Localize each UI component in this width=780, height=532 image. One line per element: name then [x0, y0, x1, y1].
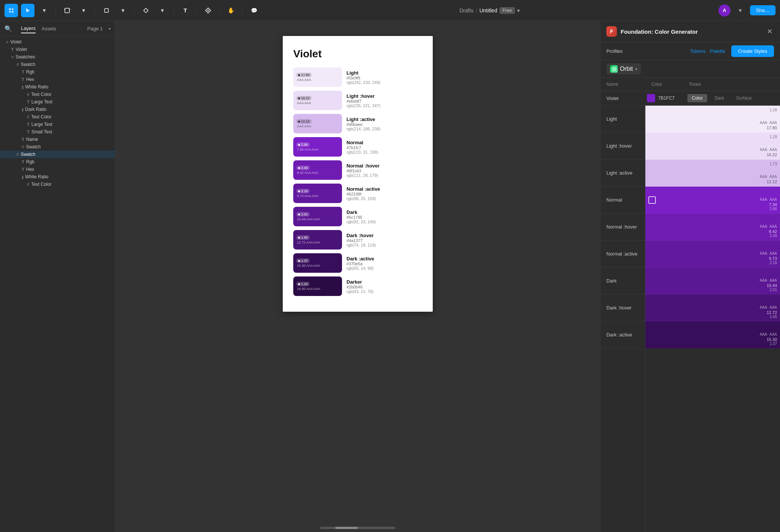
tree-item-large-text-1[interactable]: T Large Text — [0, 98, 115, 106]
tree-item-rgb-2[interactable]: T Rgb — [0, 158, 115, 166]
table-header: Name Color Tones — [600, 78, 780, 91]
palette-color-row-dark-active[interactable]: AAAAAA 15.30 1.37 — [645, 321, 780, 348]
swatch-hex-dark-active: #370e5a — [346, 262, 422, 266]
tree-item-label: Name — [26, 137, 38, 142]
tree-item-rgb-1[interactable]: T Rgb — [0, 68, 115, 76]
canvas-scrollbar[interactable] — [320, 527, 395, 529]
tree-item-violet-text[interactable]: T Violet — [0, 46, 115, 53]
profile-actions: Tokens Palette — [690, 48, 725, 54]
swatch-info-light: Light #f2e9f9 rgb(242, 233, 249) — [346, 70, 422, 85]
search-icon[interactable]: 🔍 — [4, 25, 12, 32]
swatch-name-normal: Normal — [346, 140, 422, 145]
drafts-label[interactable]: Drafts — [459, 7, 473, 13]
tab-layers[interactable]: Layers — [21, 24, 36, 33]
tree-item-violet-root[interactable]: ≡ Violet — [0, 38, 115, 46]
palette-color-row-normal-hover[interactable]: AAAAAA 8.42 2.49 — [645, 214, 780, 241]
tree-item-text-color-3[interactable]: # Text Color — [0, 181, 115, 188]
tone-color-button[interactable]: Color — [687, 94, 707, 102]
breadcrumb: Drafts / Untitled Free ▾ — [459, 7, 519, 14]
frame-secondary-icon[interactable]: ▾ — [77, 4, 90, 17]
pen-tool-icon[interactable] — [139, 4, 153, 17]
tree-item-hex-1[interactable]: T Hex — [0, 76, 115, 83]
tree-item-swatch-2[interactable]: # Swatch — [0, 151, 115, 158]
share-button[interactable]: Sha… — [750, 5, 776, 15]
tree-item-white-ratio-1[interactable]: ||| White Ratio — [0, 83, 115, 91]
select-secondary-icon[interactable]: ▾ — [38, 4, 51, 17]
close-icon[interactable]: ✕ — [765, 27, 774, 36]
text-tool-icon[interactable]: T — [178, 4, 192, 17]
plan-badge[interactable]: Free — [500, 7, 515, 14]
figma-menu-icon[interactable] — [4, 4, 18, 17]
canvas[interactable]: Violet 17.80 AAA AAA Light #f2e9f9 rgb(2… — [116, 21, 600, 532]
color-entry-hex[interactable]: 7B1FC7 — [658, 96, 684, 101]
palette-color-row-dark-hover[interactable]: AAAAAA 12.72 1.65 — [645, 294, 780, 321]
tree-item-white-ratio-2[interactable]: ||| White Ratio — [0, 173, 115, 181]
palette-color-row-light-hover[interactable]: 1.29 AAAAAA 16.22 — [645, 133, 780, 160]
select-tool-icon[interactable] — [21, 4, 34, 17]
tokens-button[interactable]: Tokens — [690, 48, 705, 54]
swatch-chip-light-hover: 16.22 AAA AAA — [293, 91, 342, 110]
page-selector[interactable]: Page 1 — [87, 26, 103, 31]
swatch-rgb-dark-hover: rgb(74, 19, 119) — [346, 243, 422, 247]
group-layer-icon: ≡ — [6, 40, 8, 44]
frame-tool-icon[interactable] — [60, 4, 74, 17]
title-chevron-icon[interactable]: ▾ — [517, 7, 520, 13]
layer-tree: ≡ Violet T Violet ≡ Swatches # Swatch T … — [0, 37, 115, 532]
palette-button[interactable]: Palette — [710, 48, 725, 54]
right-panel: F Foundation: Color Generator ✕ Profiles… — [600, 21, 780, 532]
swatch-hex-light: #f2e9f9 — [346, 76, 422, 80]
tree-item-swatches-group[interactable]: ≡ Swatches — [0, 53, 115, 61]
text-layer-icon: T — [22, 77, 24, 82]
user-dropdown-icon[interactable]: ▾ — [734, 4, 747, 17]
page-chevron-icon[interactable]: ▾ — [109, 27, 111, 31]
swatch-info-light-hover: Light :hover #ebddf7 rgb(235, 221, 247) — [346, 93, 422, 108]
tree-item-text-color-1[interactable]: # Text Color — [0, 91, 115, 98]
avatar[interactable]: A — [718, 4, 730, 16]
swatch-chip-light: 17.80 AAA AAA — [293, 67, 342, 87]
canvas-swatch-row-normal-hover: 2.49 8.42 AAA AAA Normal :hover #6f1cb3 … — [293, 160, 422, 180]
comment-tool-icon[interactable]: 💬 — [247, 4, 261, 17]
tree-item-label: White Ratio — [25, 174, 48, 179]
orbit-chevron-icon: ▾ — [635, 67, 637, 71]
tree-item-text-color-2[interactable]: # Text Color — [0, 113, 115, 121]
tree-item-hex-2[interactable]: T Hex — [0, 166, 115, 173]
palette-color-row-light[interactable]: 1.18 AAAAAA 17.80 — [645, 106, 780, 133]
create-styles-button[interactable]: Create Styles — [731, 45, 774, 57]
shape-secondary-icon[interactable]: ▾ — [116, 4, 130, 17]
pen-secondary-icon[interactable]: ▾ — [156, 4, 169, 17]
tone-dark-button[interactable]: Dark — [710, 94, 729, 102]
swatch-name-normal-active: Normal :active — [346, 186, 422, 192]
swatch-rgb-dark: rgb(92, 23, 149) — [346, 220, 422, 224]
tree-item-name-1[interactable]: T Name — [0, 136, 115, 143]
palette-section: LightLight :hoverLight :activeNormalNorm… — [600, 106, 780, 532]
hand-tool-icon[interactable]: ✋ — [224, 4, 238, 17]
tab-assets[interactable]: Assets — [42, 24, 56, 33]
frame-layer-icon: # — [27, 115, 29, 119]
shape-tool-icon[interactable] — [100, 4, 113, 17]
swatch-name-darker: Darker — [346, 279, 422, 285]
page-title[interactable]: Untitled — [479, 7, 497, 13]
tree-item-small-text-1[interactable]: T Small Text — [0, 128, 115, 136]
palette-color-row-light-active[interactable]: 1.73 AAAAAA 12.12 — [645, 160, 780, 187]
orbit-selector[interactable]: Orbit ▾ — [606, 63, 641, 75]
tree-item-dark-ratio-1[interactable]: ||| Dark Ratio — [0, 106, 115, 113]
palette-labels: LightLight :hoverLight :activeNormalNorm… — [600, 106, 645, 532]
group-layer-icon: ≡ — [11, 55, 14, 59]
tree-item-swatch-chip-1[interactable]: # Swatch — [0, 143, 115, 151]
color-entry-name: Violet — [606, 96, 644, 101]
swatch-rgb-normal-hover: rgb(111, 28, 179) — [346, 173, 422, 178]
swatch-name-dark-active: Dark :active — [346, 256, 422, 262]
tone-surface-button[interactable]: Surface — [732, 94, 756, 102]
color-entry-swatch[interactable] — [647, 94, 655, 102]
text-layer-icon: T — [27, 122, 30, 127]
main-area: 🔍 Layers Assets Page 1 ▾ ≡ Violet T Viol… — [0, 21, 780, 532]
svg-rect-7 — [105, 9, 108, 12]
palette-color-row-normal[interactable]: AAAAAA 7.34 2.86 — [645, 187, 780, 214]
swatch-info-normal: Normal #7b1fc7 rgb(123, 31, 199) — [346, 140, 422, 154]
tree-item-swatch-1[interactable]: # Swatch — [0, 61, 115, 68]
tree-item-label: Violet — [10, 39, 21, 45]
tree-item-large-text-2[interactable]: T Large Text — [0, 121, 115, 128]
component-tool-icon[interactable] — [201, 4, 215, 17]
palette-color-row-dark[interactable]: AAAAAA 10.44 2.01 — [645, 267, 780, 294]
palette-color-row-normal-active[interactable]: AAAAAA 9.73 2.16 — [645, 241, 780, 267]
